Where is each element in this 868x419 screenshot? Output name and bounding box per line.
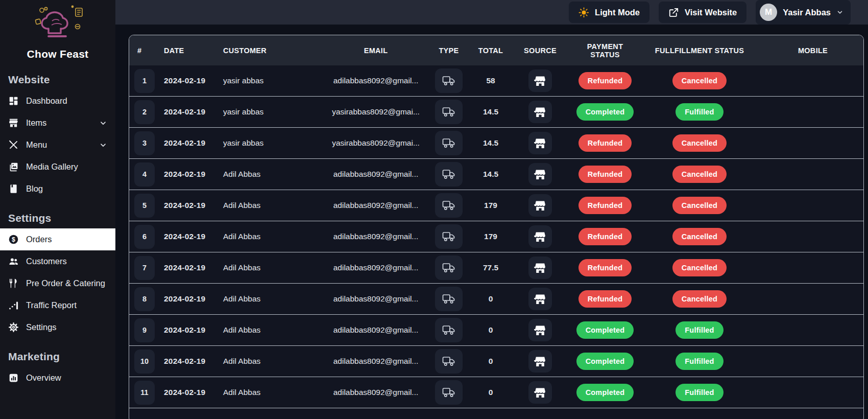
order-source-button[interactable] — [528, 257, 552, 279]
sidebar-item-media-gallery[interactable]: Media Gallery — [0, 156, 115, 178]
chef-hat-logo-icon — [27, 4, 89, 45]
truck-icon — [442, 356, 455, 367]
order-source-button[interactable] — [528, 132, 552, 154]
table-row[interactable]: 10 2024-02-19 Adil Abbas adilabbas8092@g… — [129, 346, 863, 377]
fulfillment-status-badge: Fulfilled — [676, 384, 723, 401]
external-link-icon — [668, 7, 679, 18]
payment-status-badge: Refunded — [578, 290, 632, 308]
order-type-button[interactable] — [435, 287, 463, 311]
storefront-icon — [534, 169, 546, 180]
sidebar-item-dashboard[interactable]: Dashboard — [0, 90, 115, 112]
sidebar-item-items[interactable]: Items — [0, 112, 115, 134]
order-source-button[interactable] — [528, 163, 552, 185]
fulfillment-status-badge: Fulfilled — [676, 103, 723, 121]
sidebar-item-orders[interactable]: Orders — [0, 228, 115, 250]
sidebar-item-label: Customers — [26, 256, 107, 267]
payment-status-badge: Completed — [576, 384, 634, 401]
order-email: adilabbas8092@gmail... — [333, 201, 419, 210]
sidebar-item-blog[interactable]: Blog — [0, 178, 115, 200]
order-type-button[interactable] — [435, 68, 463, 93]
order-email: adilabbas8092@gmail... — [333, 76, 419, 85]
order-number-badge: 2 — [134, 100, 155, 124]
sidebar-section-list: Overview — [0, 367, 115, 389]
order-source-button[interactable] — [528, 225, 552, 248]
order-email: yasirabbas8092@gmai... — [332, 107, 420, 117]
sidebar-item-overview[interactable]: Overview — [0, 367, 115, 389]
order-type-button[interactable] — [435, 100, 463, 124]
order-source-button[interactable] — [528, 381, 552, 404]
sidebar-item-customers[interactable]: Customers — [0, 250, 115, 272]
storefront-icon — [534, 76, 546, 86]
order-source-button[interactable] — [528, 319, 552, 341]
people-icon — [8, 256, 19, 267]
table-row[interactable]: 5 2024-02-19 Adil Abbas adilabbas8092@gm… — [129, 190, 863, 221]
storefront-icon — [534, 356, 546, 367]
payment-status-badge: Completed — [576, 353, 634, 370]
storefront-icon — [534, 387, 546, 398]
table-row[interactable]: 7 2024-02-19 Adil Abbas adilabbas8092@gm… — [129, 252, 863, 284]
order-source-button[interactable] — [528, 194, 552, 217]
table-row[interactable]: 6 2024-02-19 Adil Abbas adilabbas8092@gm… — [129, 221, 863, 252]
order-date: 2024-02-19 — [160, 357, 205, 366]
col-header-fulfillment: FULLFILLMENT STATUS — [655, 46, 744, 55]
col-header-email: EMAIL — [364, 46, 388, 55]
sidebar-item-label: Orders — [26, 234, 107, 245]
orders-table-body: 1 2024-02-19 yasir abbas adilabbas8092@g… — [129, 65, 863, 408]
light-mode-button[interactable]: Light Mode — [569, 2, 649, 23]
table-row[interactable]: 9 2024-02-19 Adil Abbas adilabbas8092@gm… — [129, 315, 863, 346]
sidebar-item-pre-order-catering[interactable]: Pre Order & Catering — [0, 272, 115, 294]
order-type-button[interactable] — [435, 349, 463, 374]
sidebar-item-settings[interactable]: Settings — [0, 316, 115, 338]
dashboard-icon — [8, 96, 19, 106]
table-row[interactable]: 4 2024-02-19 Adil Abbas adilabbas8092@gm… — [129, 159, 863, 190]
order-email: yasirabbas8092@gmai... — [332, 138, 420, 148]
sidebar-item-label: Pre Order & Catering — [26, 278, 107, 289]
order-customer: Adil Abbas — [221, 263, 260, 272]
sidebar-item-traffic-report[interactable]: Traffic Report — [0, 294, 115, 316]
order-customer: yasir abbas — [221, 107, 263, 117]
order-date: 2024-02-19 — [160, 107, 205, 117]
table-row[interactable]: 2 2024-02-19 yasir abbas yasirabbas8092@… — [129, 97, 863, 128]
fulfillment-status-badge: Cancelled — [672, 197, 727, 214]
visit-website-button[interactable]: Visit Website — [659, 2, 746, 23]
order-source-button[interactable] — [528, 69, 552, 92]
gear-icon — [8, 322, 19, 333]
sidebar-item-label: Traffic Report — [26, 300, 107, 311]
order-source-button[interactable] — [528, 288, 552, 310]
brand-logo: Chow Feast — [0, 0, 115, 61]
order-date: 2024-02-19 — [160, 76, 205, 85]
order-customer: Adil Abbas — [221, 294, 260, 304]
order-source-button[interactable] — [528, 350, 552, 373]
order-type-button[interactable] — [435, 131, 463, 155]
topbar: Light Mode Visit Website M Yasir Abbas — [115, 0, 868, 25]
user-menu-button[interactable]: M Yasir Abbas — [756, 0, 851, 25]
table-row[interactable]: 8 2024-02-19 Adil Abbas adilabbas8092@gm… — [129, 284, 863, 315]
order-type-button[interactable] — [435, 224, 463, 249]
sidebar-nav: Website Dashboard Items Menu Media Galle… — [0, 61, 115, 389]
brand-name: Chow Feast — [0, 48, 115, 60]
order-customer: yasir abbas — [221, 76, 263, 85]
storefront-icon — [534, 263, 546, 273]
table-row[interactable]: 1 2024-02-19 yasir abbas adilabbas8092@g… — [129, 65, 863, 97]
sidebar-section: Website Dashboard Items Menu Media Galle… — [0, 61, 115, 200]
order-total: 14.5 — [483, 138, 498, 148]
content-area: # DATE CUSTOMER EMAIL TYPE TOTAL SOURCE … — [115, 25, 868, 419]
sidebar-section: Settings Orders Customers Pre Order & Ca… — [0, 200, 115, 338]
order-type-button[interactable] — [435, 380, 463, 405]
table-row[interactable]: 3 2024-02-19 yasir abbas yasirabbas8092@… — [129, 128, 863, 159]
col-header-customer: CUSTOMER — [221, 46, 267, 55]
sidebar-section-list: Dashboard Items Menu Media Gallery Blog — [0, 90, 115, 200]
order-email: adilabbas8092@gmail... — [333, 357, 419, 366]
order-type-button[interactable] — [435, 255, 463, 280]
order-type-button[interactable] — [435, 318, 463, 342]
order-type-button[interactable] — [435, 193, 463, 218]
sidebar-item-menu[interactable]: Menu — [0, 134, 115, 156]
order-source-button[interactable] — [528, 101, 552, 123]
truck-icon — [442, 387, 455, 398]
order-type-button[interactable] — [435, 162, 463, 187]
sidebar-item-label: Menu — [26, 139, 92, 150]
avatar: M — [760, 4, 777, 21]
storefront-icon — [534, 231, 546, 242]
table-row[interactable]: 11 2024-02-19 Adil Abbas adilabbas8092@g… — [129, 377, 863, 408]
order-total: 14.5 — [483, 170, 498, 179]
